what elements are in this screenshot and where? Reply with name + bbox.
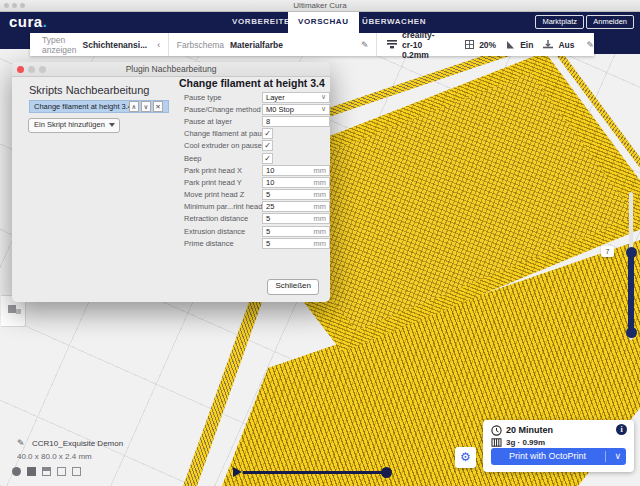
collapse-icon[interactable]: ‹ (157, 40, 160, 50)
field-row: Pause/Change methodM0 Stop∨ (184, 103, 330, 115)
field-unit: mm (314, 202, 327, 211)
chevron-down-icon[interactable]: ∨ (614, 448, 621, 465)
field-unit: mm (314, 239, 327, 248)
support-icon (506, 40, 515, 49)
close-button-label: Schließen (275, 281, 311, 290)
layer-number-label: 7 (601, 246, 614, 257)
print-time-estimate: 20 Minuten (506, 425, 553, 435)
color-scheme-dropdown[interactable]: Materialfarbe (230, 40, 283, 50)
dialog-fields: Pause typeLayer∨Pause/Change methodM0 St… (184, 91, 330, 249)
layer-slider-range[interactable] (628, 252, 634, 332)
adhesion-value[interactable]: Aus (558, 40, 574, 50)
simulation-slider-track[interactable] (243, 471, 386, 474)
simulation-play-icon[interactable] (233, 467, 242, 477)
field-select[interactable]: M0 Stop∨ (262, 104, 330, 115)
sign-in-button[interactable]: Anmelden (586, 15, 634, 29)
field-input[interactable]: 5mm (262, 226, 330, 237)
field-row: Park print head Y10mm (184, 176, 330, 188)
field-unit: mm (314, 227, 327, 236)
field-input[interactable]: 25mm (262, 201, 330, 212)
field-row: Retraction distance5mm (184, 213, 330, 225)
gear-icon: ⚙ (460, 450, 471, 464)
move-script-up-button[interactable]: ∧ (129, 101, 139, 112)
support-value[interactable]: Ein (520, 40, 533, 50)
field-input[interactable]: 5mm (262, 238, 330, 249)
view-left-icon[interactable] (57, 467, 66, 476)
adjust-settings-button[interactable]: ⚙ (455, 447, 476, 468)
field-checkbox[interactable]: ✓ (262, 140, 273, 151)
check-icon: ✓ (264, 154, 271, 163)
printer-profile-dropdown[interactable]: creality-cr-10 0.2mm (402, 30, 443, 60)
tab-monitor[interactable]: ÜBERWACHEN (352, 11, 436, 33)
script-settings-heading: Change filament at height 3.4 (179, 77, 325, 89)
field-label: Pause/Change method (184, 105, 262, 114)
field-row: Cool extruder on pause✓ (184, 140, 330, 152)
print-with-octoprint-button[interactable]: Print with OctoPrint ∨ (491, 448, 626, 465)
field-input[interactable]: 5mm (262, 189, 330, 200)
clock-icon (491, 425, 502, 436)
field-row: Pause at layer8 (184, 115, 330, 127)
chevron-down-icon: ∨ (321, 105, 326, 113)
field-checkbox[interactable]: ✓ (262, 128, 273, 139)
field-label: Pause at layer (184, 117, 262, 126)
field-row: Change filament at pause✓ (184, 128, 330, 140)
color-scheme-label: Farbschema (177, 40, 224, 50)
field-input[interactable]: 8 (262, 116, 330, 127)
close-icon: ✕ (155, 103, 160, 110)
infill-value[interactable]: 20% (479, 40, 496, 50)
view-top-icon[interactable] (42, 467, 51, 476)
marketplace-button[interactable]: Marktplatz (535, 15, 584, 29)
field-unit: mm (314, 166, 327, 175)
field-input[interactable]: 10mm (262, 177, 330, 188)
field-input[interactable]: 5mm (262, 213, 330, 224)
view-front-icon[interactable] (27, 467, 36, 476)
tab-preview[interactable]: VORSCHAU (288, 11, 359, 33)
camera-view-buttons (12, 467, 81, 476)
field-select[interactable]: Layer∨ (262, 92, 330, 103)
simulation-slider-handle[interactable] (381, 467, 392, 478)
scale-tool-icon (8, 305, 16, 313)
print-output-panel: 20 Minuten i 3g · 0.99m Print with OctoP… (483, 420, 634, 472)
field-row: Prime distance5mm (184, 237, 330, 249)
dialog-titlebar[interactable]: Plugin Nachbearbeitung (12, 62, 330, 77)
layer-slider-top-handle[interactable] (626, 247, 637, 258)
dialog-title: Plugin Nachbearbeitung (12, 64, 330, 74)
field-label: Extrusion distance (184, 227, 262, 236)
field-label: Minimum par...rint head Z (184, 202, 262, 211)
header-corner-left (0, 33, 30, 49)
view-right-icon[interactable] (72, 467, 81, 476)
window-titlebar[interactable]: Ultimaker Cura (0, 0, 640, 12)
field-row: Park print head X10mm (184, 164, 330, 176)
info-icon[interactable]: i (616, 424, 627, 435)
field-input[interactable]: 10mm (262, 165, 330, 176)
edit-icon[interactable]: ✎ (361, 40, 369, 50)
print-button-label: Print with OctoPrint (491, 448, 604, 465)
field-checkbox[interactable]: ✓ (262, 153, 273, 164)
rename-object-icon[interactable]: ✎ (17, 438, 25, 448)
infill-icon (465, 40, 474, 49)
close-dialog-button[interactable]: Schließen (267, 279, 319, 295)
view-3d-icon[interactable] (12, 467, 21, 476)
filament-spool-icon (491, 438, 502, 447)
toolbar-divider (168, 33, 169, 56)
field-label: Park print head Y (184, 178, 262, 187)
layer-slider-bottom-handle[interactable] (626, 327, 637, 338)
edit-print-settings-icon[interactable]: ✎ (586, 40, 594, 50)
field-label: Beep (184, 154, 262, 163)
remove-script-button[interactable]: ✕ (153, 101, 163, 112)
field-row: Minimum par...rint head Z25mm (184, 201, 330, 213)
view-type-dropdown[interactable]: Schichtenansi... (83, 40, 148, 50)
button-divider (605, 451, 606, 462)
script-item-label: Change filament at height 3.4 (34, 102, 132, 111)
material-usage-estimate: 3g · 0.99m (506, 438, 545, 447)
move-script-down-button[interactable]: ∨ (141, 101, 151, 112)
object-name: CCR10_Exquisite Demon (32, 439, 123, 448)
view-type-label: Typen anzeigen (42, 35, 77, 55)
field-label: Park print head X (184, 166, 262, 175)
chevron-down-icon: ∨ (144, 103, 149, 110)
field-label: Prime distance (184, 239, 262, 248)
field-row: Beep✓ (184, 152, 330, 164)
preview-toolbar: Typen anzeigen Schichtenansi... ‹ Farbsc… (30, 33, 594, 56)
add-script-button[interactable]: Ein Skript hinzufügen (28, 118, 120, 133)
header-corner-right (594, 33, 640, 54)
